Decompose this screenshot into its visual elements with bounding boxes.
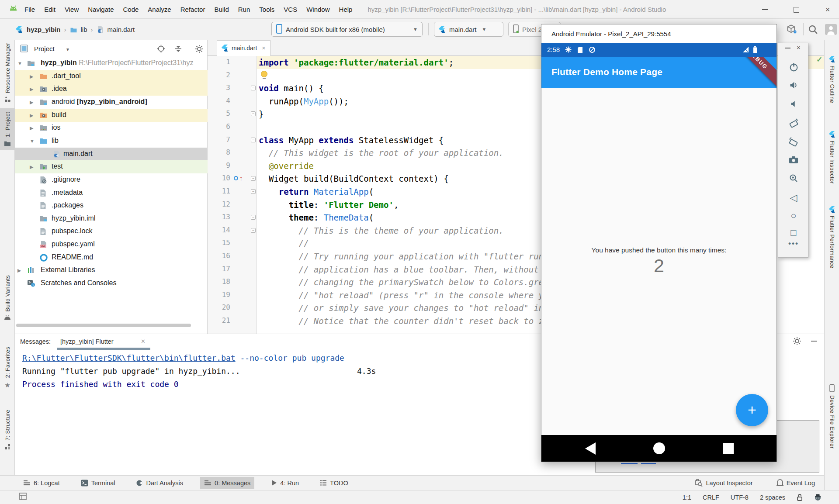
chevron-down-icon[interactable]: ▼ [66,47,70,52]
horizontal-scrollbar[interactable] [16,324,191,327]
toolwindow-button-todo[interactable]: TODO [316,477,352,489]
status-widget-utf-8[interactable]: UTF-8 [731,494,749,501]
chevron-collapsed-icon[interactable]: ▶ [30,100,33,105]
menu-file[interactable]: File [24,6,35,13]
tree-item-android[interactable]: ▶android [hyzp_yibin_android] [15,96,208,109]
tree-item-lib[interactable]: ▼lib [15,135,208,148]
emulator-rotate-right-icon[interactable] [778,137,809,149]
maximize-window-button[interactable] [789,4,804,15]
emulator-rotate-left-icon[interactable] [778,118,809,130]
nav-back-button[interactable] [585,442,596,455]
menu-refactor[interactable]: Refactor [180,6,205,13]
notification-face-icon[interactable] [814,494,822,501]
inspections-ok-check-icon[interactable]: ✓ [816,55,822,64]
breadcrumb-hyzp_yibin[interactable]: hyzp_yibin [27,26,61,33]
emulator-back-icon[interactable]: ◁ [778,192,809,204]
tab-main-dart[interactable]: main.dart × [217,40,270,56]
tree-item--gitignore[interactable]: .gitignore [15,173,208,186]
menu-vcs[interactable]: VCS [284,6,297,13]
stripe-item-build-variants[interactable]: Build Variants [0,275,15,320]
status-widget-crlf[interactable]: CRLF [703,494,719,501]
stripe-item-flutter-performance[interactable]: Flutter Performance [825,206,839,269]
menu-view[interactable]: View [65,6,79,13]
tree-item--idea[interactable]: ▶.idea [15,83,208,96]
menu-edit[interactable]: Edit [44,6,55,13]
stripe-item-flutter-inspector[interactable]: Flutter Inspector [825,131,839,184]
stripe-item-resource-manager[interactable]: Resource Manager [0,43,15,103]
gear-icon[interactable] [793,337,801,347]
tree-item--metadata[interactable]: .metadata [15,186,208,200]
project-view-selector[interactable]: Project [34,45,55,52]
tool-window-switcher-icon[interactable] [19,493,27,502]
fold-marker-icon[interactable]: − [251,111,256,116]
tree-item--dart_tool[interactable]: ▶.dart_tool [15,70,208,83]
console-line-1[interactable]: R:\Flutter\FlutterSDK\flutter\bin\flutte… [22,353,344,366]
emulator-volume-down-icon[interactable] [778,100,809,110]
hide-panel-icon[interactable] [811,341,817,342]
tree-item-main-dart[interactable]: main.dart [15,148,208,161]
emulator-overview-icon[interactable]: □ [778,227,809,238]
menu-help[interactable]: Help [339,6,353,13]
toolwindow-button-event-log[interactable]: Event Log [773,477,819,489]
emulator-zoom-icon[interactable] [778,173,809,185]
tree-item-hyzp_yibin-iml[interactable]: hyzp_yibin.iml [15,212,208,225]
tree-item-hyzp_yibin[interactable]: ▼hyzp_yibin R:\FlutterProject\FlutterPro… [15,57,208,70]
fold-marker-icon[interactable]: − [251,86,256,90]
menu-navigate[interactable]: Navigate [88,6,114,13]
tree-item-test[interactable]: ▶test [15,160,208,173]
emulator-camera-icon[interactable] [778,155,809,166]
stripe-item-2-favorites[interactable]: 2: Favorites★ [0,347,15,389]
user-avatar-icon[interactable] [825,24,837,37]
gear-icon[interactable] [195,45,204,55]
toolwindow-button-layout-inspector[interactable]: Layout Inspector [690,477,756,489]
chevron-collapsed-icon[interactable]: ▶ [30,164,33,170]
menu-tools[interactable]: Tools [259,6,274,13]
tree-item-pubspec-lock[interactable]: pubspec.lock [15,225,208,238]
menu-build[interactable]: Build [214,6,229,13]
chevron-collapsed-icon[interactable]: ▶ [30,113,33,118]
sdk-package-download-icon[interactable] [786,24,797,37]
emulator-more-icon[interactable]: ••• [778,239,809,248]
emulator-power-icon[interactable] [778,62,809,74]
minimize-window-button[interactable] [757,4,772,15]
toolwindow-button-0-messages[interactable]: 0: Messages [200,477,254,489]
close-icon[interactable]: ✕ [141,338,146,345]
emulator-volume-up-icon[interactable] [778,80,809,92]
chevron-collapsed-icon[interactable]: ▶ [30,74,33,79]
console-file-link[interactable]: R:\Flutter\FlutterSDK\flutter\bin\flutte… [22,353,236,362]
toolwindow-button-6-logcat[interactable]: 6: Logcat [19,477,64,489]
close-icon[interactable]: × [262,45,265,52]
status-widget-2-spaces[interactable]: 2 spaces [760,494,785,501]
menu-analyze[interactable]: Analyze [148,6,171,13]
run-config-dropdown[interactable]: main.dart ▼ [434,22,503,37]
chevron-expanded-icon[interactable]: ▼ [30,138,35,144]
toolwindow-button-dart-analysis[interactable]: Dart Analysis [132,477,187,489]
tree-item-readme-md[interactable]: README.md [15,251,208,264]
tree-item-external-libraries[interactable]: ▶External Libraries [15,264,208,277]
emulator-screen[interactable]: DEBUG 2:58 Flutter Demo Home Page You ha… [541,43,777,462]
stripe-item-1-project[interactable]: 1: Project [0,108,15,150]
stripe-item-device-file-explorer[interactable]: Device File Explorer [825,384,839,449]
fold-marker-icon[interactable]: − [251,138,256,142]
tree-item-build[interactable]: ▶build [15,109,208,122]
tree-item--packages[interactable]: .packages [15,199,208,212]
toolwindow-button-4-run[interactable]: 4: Run [267,477,303,489]
chevron-collapsed-icon[interactable]: ▶ [30,125,33,131]
console-line-3[interactable]: Process finished with exit code 0 [22,380,179,393]
tree-item-ios[interactable]: ▶ios [15,121,208,135]
device-selector-dropdown[interactable]: Android SDK built for x86 (mobile) ▼ [271,22,423,37]
tree-item-pubspec-yaml[interactable]: YMLpubspec.yaml [15,238,208,251]
stripe-item-flutter-outline[interactable]: Flutter Outline [825,56,839,103]
toolwindow-button-terminal[interactable]: Terminal [77,477,119,489]
stripe-item-7-structure[interactable]: 7: Structure [0,410,15,450]
tree-item-scratches-and-consoles[interactable]: Scratches and Consoles [15,277,208,290]
fold-marker-icon[interactable]: − [251,189,256,194]
breadcrumb-lib[interactable]: lib [81,26,87,33]
chevron-collapsed-icon[interactable]: ▶ [17,268,21,273]
nav-home-button[interactable] [653,442,665,454]
override-marker-icon[interactable] [234,176,238,180]
chevron-collapsed-icon[interactable]: ▶ [30,86,33,92]
locate-file-icon[interactable] [157,45,165,55]
emulator-home-icon[interactable]: ○ [778,210,809,221]
close-emulator-button[interactable]: × [797,44,801,51]
